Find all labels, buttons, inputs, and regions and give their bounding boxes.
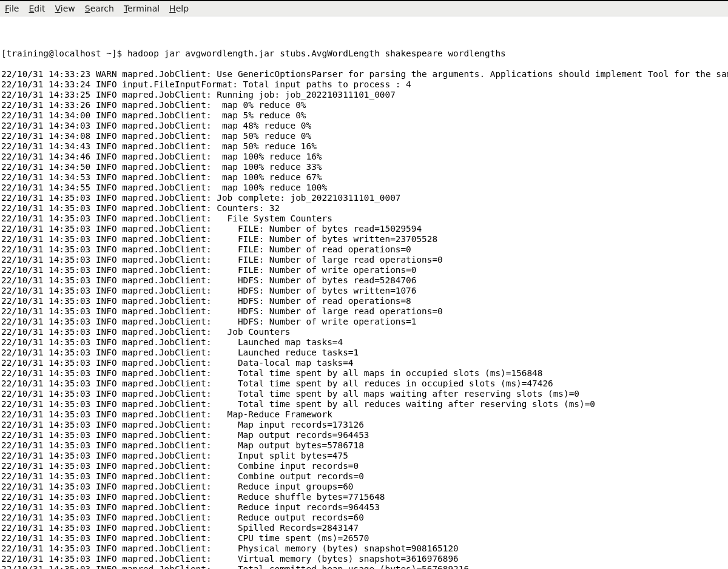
terminal-line: 22/10/31 14:35:03 INFO mapred.JobClient:…: [1, 234, 727, 244]
terminal-line: 22/10/31 14:35:03 INFO mapred.JobClient:…: [1, 471, 727, 482]
terminal-line: 22/10/31 14:35:03 INFO mapred.JobClient:…: [1, 255, 727, 265]
terminal-line: 22/10/31 14:35:03 INFO mapred.JobClient:…: [1, 286, 727, 296]
terminal-line: 22/10/31 14:35:03 INFO mapred.JobClient:…: [1, 492, 727, 502]
terminal-line: 22/10/31 14:35:03 INFO mapred.JobClient:…: [1, 430, 727, 440]
mnemonic: S: [85, 4, 90, 13]
terminal-line: 22/10/31 14:35:03 INFO mapred.JobClient:…: [1, 317, 727, 327]
terminal-line: 22/10/31 14:35:03 INFO mapred.JobClient:…: [1, 275, 727, 286]
terminal-line: 22/10/31 14:35:03 INFO mapred.JobClient:…: [1, 523, 727, 533]
terminal-line: 22/10/31 14:35:03 INFO mapred.JobClient:…: [1, 440, 727, 451]
terminal-line: 22/10/31 14:35:03 INFO mapred.JobClient:…: [1, 296, 727, 306]
mnemonic: E: [29, 4, 34, 13]
terminal-line: 22/10/31 14:35:03 INFO mapred.JobClient:…: [1, 389, 727, 399]
menu-label: earch: [90, 4, 114, 13]
terminal-line: 22/10/31 14:34:46 INFO mapred.JobClient:…: [1, 152, 727, 162]
menu-search[interactable]: Search: [85, 4, 114, 13]
terminal-line: 22/10/31 14:35:03 INFO mapred.JobClient:…: [1, 554, 727, 564]
mnemonic: H: [169, 4, 176, 13]
terminal-line: 22/10/31 14:33:23 WARN mapred.JobClient:…: [1, 69, 727, 79]
menu-terminal[interactable]: Terminal: [124, 4, 160, 13]
mnemonic: V: [55, 4, 61, 13]
mnemonic: F: [5, 4, 9, 13]
terminal-line: 22/10/31 14:34:00 INFO mapred.JobClient:…: [1, 110, 727, 121]
window-frame: File Edit View Search Terminal Help [tra…: [0, 0, 728, 569]
terminal-line: 22/10/31 14:34:03 INFO mapred.JobClient:…: [1, 121, 727, 131]
terminal-line: 22/10/31 14:35:03 INFO mapred.JobClient:…: [1, 337, 727, 348]
menu-label: elp: [176, 4, 189, 13]
terminal-line: 22/10/31 14:34:55 INFO mapred.JobClient:…: [1, 183, 727, 193]
terminal-line: 22/10/31 14:35:03 INFO mapred.JobClient:…: [1, 502, 727, 513]
terminal-line: 22/10/31 14:35:03 INFO mapred.JobClient:…: [1, 193, 727, 203]
menu-view[interactable]: View: [55, 4, 75, 13]
menu-edit[interactable]: Edit: [29, 4, 45, 13]
terminal-line: 22/10/31 14:34:50 INFO mapred.JobClient:…: [1, 162, 727, 172]
terminal-line: [1, 28, 727, 38]
menubar: File Edit View Search Terminal Help: [0, 1, 728, 16]
terminal-line: 22/10/31 14:35:03 INFO mapred.JobClient:…: [1, 224, 727, 234]
terminal-line: 22/10/31 14:35:03 INFO mapred.JobClient:…: [1, 379, 727, 389]
terminal-line: 22/10/31 14:34:43 INFO mapred.JobClient:…: [1, 141, 727, 152]
terminal-line: 22/10/31 14:35:03 INFO mapred.JobClient:…: [1, 327, 727, 337]
terminal-line: 22/10/31 14:33:24 INFO input.FileInputFo…: [1, 79, 727, 90]
terminal-line: 22/10/31 14:35:03 INFO mapred.JobClient:…: [1, 358, 727, 368]
terminal-line: 22/10/31 14:34:53 INFO mapred.JobClient:…: [1, 172, 727, 183]
terminal-line: 22/10/31 14:34:08 INFO mapred.JobClient:…: [1, 131, 727, 141]
terminal-line: 22/10/31 14:35:03 INFO mapred.JobClient:…: [1, 564, 727, 569]
shell-command: hadoop jar avgwordlength.jar stubs.AvgWo…: [127, 49, 506, 58]
terminal-line: 22/10/31 14:35:03 INFO mapred.JobClient:…: [1, 203, 727, 214]
terminal-line: 22/10/31 14:35:03 INFO mapred.JobClient:…: [1, 348, 727, 358]
menu-help[interactable]: Help: [169, 4, 189, 13]
terminal-line: 22/10/31 14:35:03 INFO mapred.JobClient:…: [1, 368, 727, 379]
shell-prompt: [training@localhost ~]$: [1, 49, 127, 58]
prompt-line: [training@localhost ~]$ hadoop jar avgwo…: [1, 49, 727, 59]
terminal-line: 22/10/31 14:33:25 INFO mapred.JobClient:…: [1, 90, 727, 100]
terminal-line: 22/10/31 14:35:03 INFO mapred.JobClient:…: [1, 420, 727, 430]
terminal-line: 22/10/31 14:35:03 INFO mapred.JobClient:…: [1, 214, 727, 224]
terminal-line: 22/10/31 14:35:03 INFO mapred.JobClient:…: [1, 513, 727, 523]
terminal-line: 22/10/31 14:33:26 INFO mapred.JobClient:…: [1, 100, 727, 110]
menu-label: ile: [9, 4, 19, 13]
terminal-line: 22/10/31 14:35:03 INFO mapred.JobClient:…: [1, 461, 727, 471]
terminal-line: 22/10/31 14:35:03 INFO mapred.JobClient:…: [1, 544, 727, 554]
terminal-output[interactable]: [training@localhost ~]$ hadoop jar avgwo…: [0, 16, 728, 569]
terminal-line: 22/10/31 14:35:03 INFO mapred.JobClient:…: [1, 265, 727, 275]
menu-file[interactable]: File: [5, 4, 19, 13]
terminal-line: 22/10/31 14:35:03 INFO mapred.JobClient:…: [1, 399, 727, 409]
menu-label: erminal: [127, 4, 160, 13]
menu-label: iew: [61, 4, 75, 13]
terminal-line: 22/10/31 14:35:03 INFO mapred.JobClient:…: [1, 409, 727, 420]
menu-label: dit: [34, 4, 45, 13]
terminal-line: 22/10/31 14:35:03 INFO mapred.JobClient:…: [1, 482, 727, 492]
terminal-line: 22/10/31 14:35:03 INFO mapred.JobClient:…: [1, 451, 727, 461]
terminal-line: 22/10/31 14:35:03 INFO mapred.JobClient:…: [1, 533, 727, 544]
terminal-line: 22/10/31 14:35:03 INFO mapred.JobClient:…: [1, 244, 727, 255]
terminal-line: 22/10/31 14:35:03 INFO mapred.JobClient:…: [1, 306, 727, 317]
